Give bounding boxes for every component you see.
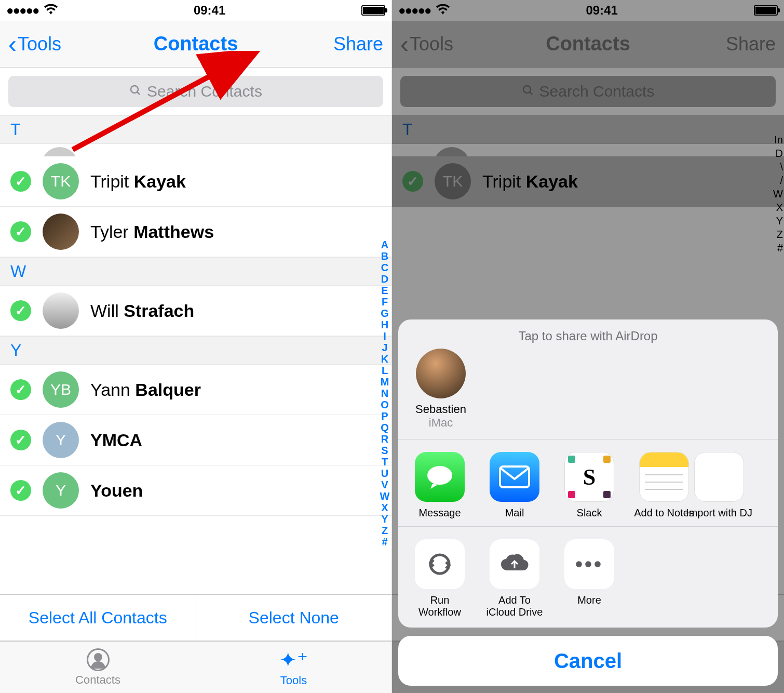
checkmark-icon[interactable]: ✓ — [10, 171, 31, 192]
action-label: Add To iCloud Drive — [484, 594, 545, 618]
search-input[interactable]: Search Contacts — [8, 76, 383, 107]
avatar: TK — [435, 163, 471, 199]
section-header-t: T — [0, 115, 391, 144]
status-bar: ●●●●● 09:41 — [392, 0, 784, 21]
more-icon: ••• — [564, 539, 614, 589]
svg-point-4 — [523, 86, 531, 93]
app-label: Mail — [505, 507, 524, 519]
contact-name: Yann Balquer — [90, 380, 201, 400]
sheet-title: Tap to share with AirDrop — [398, 319, 778, 349]
back-button[interactable]: ‹ Tools — [8, 32, 61, 57]
search-input: Search Contacts — [400, 76, 776, 107]
avatar — [416, 349, 466, 398]
nav-bar: ‹ Tools Contacts Share — [0, 21, 391, 68]
airdrop-device: iMac — [429, 416, 453, 430]
action-run-workflow[interactable]: Run Workflow — [410, 539, 470, 618]
avatar — [43, 214, 79, 250]
contact-row[interactable]: ✓ Tyler Matthews — [0, 207, 391, 257]
avatar: YB — [43, 371, 79, 408]
tab-tools[interactable]: ✦⁺ Tools — [196, 642, 391, 693]
contact-name: Youen — [90, 481, 143, 501]
back-button: ‹ Tools — [400, 32, 453, 57]
share-sheet: Tap to share with AirDrop Sebastien iMac… — [398, 319, 778, 686]
share-app-slack[interactable]: S Slack — [559, 452, 619, 519]
contact-row[interactable]: ✓ YB Yann Balquer — [0, 365, 391, 415]
tab-contacts[interactable]: Contacts — [0, 642, 196, 693]
nav-title: Contacts — [546, 33, 630, 55]
notes-icon — [639, 452, 689, 502]
wand-icon: ✦⁺ — [279, 648, 308, 672]
action-label: Run Workflow — [410, 594, 470, 618]
mail-icon — [490, 452, 539, 502]
select-bar: Select All Contacts Select None — [0, 594, 391, 641]
contact-row: ✓ TK Tripit Kayak — [392, 156, 784, 207]
svg-point-0 — [131, 86, 138, 93]
status-time: 09:41 — [194, 3, 225, 18]
action-more[interactable]: ••• More — [559, 539, 619, 618]
section-header-y: Y — [0, 336, 391, 365]
signal-icons: ●●●●● — [6, 3, 58, 18]
checkmark-icon[interactable]: ✓ — [10, 430, 31, 450]
section-header-w: W — [0, 257, 391, 286]
action-icloud-drive[interactable]: Add To iCloud Drive — [484, 539, 545, 618]
contact-name: YMCA — [90, 430, 142, 450]
left-phone-screen: ●●●●● 09:41 ‹ Tools Contacts Share Searc… — [0, 0, 392, 693]
status-time: 09:41 — [586, 3, 617, 18]
contact-row[interactable]: ✓ Y YMCA — [0, 415, 391, 465]
nav-bar: ‹ Tools Contacts Share — [392, 21, 784, 68]
cancel-button[interactable]: Cancel — [398, 636, 778, 686]
partial-row — [0, 144, 391, 156]
avatar — [43, 292, 79, 329]
share-app-message[interactable]: Message — [410, 452, 470, 519]
share-app-import[interactable]: Import with DJ — [709, 452, 729, 519]
contact-name: Will Strafach — [90, 301, 194, 321]
chevron-left-icon: ‹ — [8, 32, 17, 57]
svg-line-5 — [530, 92, 532, 95]
select-all-button[interactable]: Select All Contacts — [0, 595, 196, 641]
search-icon — [522, 83, 534, 100]
checkmark-icon[interactable]: ✓ — [10, 300, 31, 321]
alpha-index[interactable]: ABCDEFGHIJKLMNOPQRSTUVWXYZ# — [380, 239, 390, 548]
slack-icon: S — [564, 452, 614, 502]
nav-title: Contacts — [154, 33, 238, 55]
action-label: More — [577, 594, 601, 606]
tab-label: Tools — [280, 674, 307, 687]
right-phone-screen: ●●●●● 09:41 ‹ Tools Contacts Share Searc… — [392, 0, 784, 693]
contact-row[interactable]: ✓ Y Youen — [0, 465, 391, 516]
icloud-icon — [490, 539, 539, 589]
select-none-button[interactable]: Select None — [196, 595, 392, 641]
contact-row[interactable]: ✓ TK Tripit Kayak — [0, 156, 391, 207]
contact-row[interactable]: ✓ Will Strafach — [0, 286, 391, 336]
section-header-t: T — [392, 115, 784, 144]
workflow-icon — [415, 539, 465, 589]
contacts-icon — [87, 648, 110, 671]
avatar: TK — [43, 163, 79, 199]
messages-icon — [415, 452, 465, 502]
svg-rect-7 — [500, 467, 529, 487]
signal-icons: ●●●●● — [398, 3, 450, 18]
share-app-mail[interactable]: Mail — [484, 452, 545, 519]
share-button[interactable]: Share — [333, 33, 383, 55]
status-bar: ●●●●● 09:41 — [0, 0, 391, 21]
share-button: Share — [726, 33, 776, 55]
app-label: Add to Notes — [634, 507, 694, 519]
airdrop-name: Sebastien — [415, 403, 466, 416]
import-icon — [694, 452, 744, 502]
battery-icon — [361, 5, 385, 16]
alpha-index-partial: InD\/WXYZ# — [773, 133, 783, 255]
search-wrap: Search Contacts — [0, 68, 391, 115]
contact-name: Tyler Matthews — [90, 222, 214, 242]
search-placeholder: Search Contacts — [147, 83, 262, 100]
contact-name: Tripit Kayak — [90, 171, 186, 192]
checkmark-icon[interactable]: ✓ — [10, 379, 31, 400]
airdrop-target[interactable]: Sebastien iMac — [410, 349, 472, 430]
checkmark-icon[interactable]: ✓ — [10, 221, 31, 242]
back-label: Tools — [18, 33, 61, 55]
checkmark-icon[interactable]: ✓ — [10, 480, 31, 501]
app-label: Import with DJ — [686, 507, 752, 519]
back-label: Tools — [410, 33, 453, 55]
avatar: Y — [43, 422, 79, 458]
chevron-left-icon: ‹ — [400, 32, 409, 57]
battery-icon — [754, 5, 778, 16]
share-app-notes[interactable]: Add to Notes — [634, 452, 694, 519]
